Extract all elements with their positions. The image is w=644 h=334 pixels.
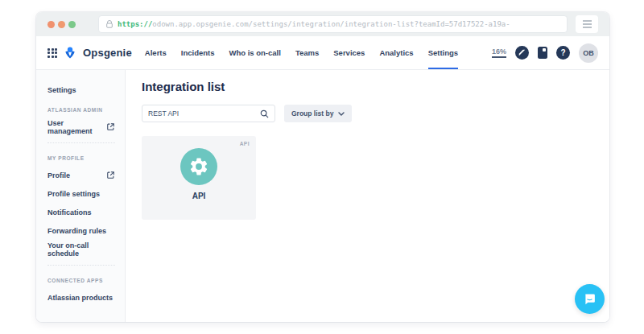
chevron-down-icon	[338, 112, 345, 116]
api-integration-badge	[180, 148, 217, 185]
url-text: odown.app.opsgenie.com/settings/integrat…	[152, 20, 510, 28]
url-protocol: https://	[118, 20, 152, 28]
integration-name: API	[192, 192, 206, 200]
nav-tab-incidents[interactable]: Incidents	[181, 36, 215, 69]
chat-widget-button[interactable]	[575, 284, 605, 314]
window-minimize-dot[interactable]	[58, 21, 65, 28]
quick-actions-icon[interactable]	[515, 46, 529, 60]
sidebar-divider	[47, 142, 115, 143]
sidebar-divider	[47, 265, 115, 266]
chat-icon	[583, 292, 597, 306]
brand-area: Opsgenie	[47, 36, 132, 69]
nav-tab-analytics[interactable]: Analytics	[379, 36, 413, 69]
sidebar-item-forwarding-rules[interactable]: Forwarding rules	[47, 221, 125, 240]
nav-tab-alerts[interactable]: Alerts	[145, 36, 167, 69]
address-bar[interactable]: https:// odown.app.opsgenie.com/settings…	[98, 15, 568, 33]
window-controls	[47, 21, 76, 28]
sidebar-item-notifications[interactable]: Notifications	[47, 203, 125, 221]
gear-icon	[188, 156, 209, 177]
sidebar-item-settings[interactable]: Settings	[47, 80, 125, 99]
search-input[interactable]	[148, 109, 260, 118]
integration-card-api[interactable]: API API	[142, 136, 256, 220]
app-switcher-icon[interactable]	[47, 48, 57, 58]
nav-tab-services[interactable]: Services	[333, 36, 365, 69]
primary-nav: Alerts Incidents Who is on-call Teams Se…	[145, 36, 458, 69]
external-link-icon	[107, 123, 114, 130]
sidebar-item-profile[interactable]: Profile	[47, 166, 125, 184]
lock-icon	[106, 20, 113, 28]
usage-percent-link[interactable]: 16%	[492, 47, 506, 58]
opsgenie-logo-icon	[64, 47, 76, 59]
nav-tab-settings[interactable]: Settings	[428, 36, 458, 69]
help-icon[interactable]: ?	[556, 46, 570, 60]
sidebar-item-user-management[interactable]: User management	[47, 118, 125, 136]
browser-chrome: https:// odown.app.opsgenie.com/settings…	[36, 12, 609, 36]
search-icon[interactable]	[260, 109, 269, 118]
app-navbar: Opsgenie Alerts Incidents Who is on-call…	[36, 36, 609, 70]
sidebar-item-your-on-call-schedule[interactable]: Your on-call schedule	[47, 240, 125, 258]
hamburger-icon	[583, 23, 592, 25]
content-area: Settings ATLASSIAN ADMIN User management…	[36, 70, 609, 322]
brand-name[interactable]: Opsgenie	[83, 47, 132, 59]
group-list-by-button[interactable]: Group list by	[284, 105, 352, 122]
sidebar-header-my-profile: MY PROFILE	[47, 150, 125, 166]
sidebar-item-profile-settings[interactable]: Profile settings	[47, 184, 125, 203]
integration-toolbar: Group list by	[142, 105, 609, 122]
page-title: Integration list	[142, 80, 609, 93]
sidebar-item-atlassian-products[interactable]: Atlassian products	[47, 288, 125, 307]
integration-search	[142, 105, 275, 122]
navbar-actions: 16% ? OB	[492, 36, 598, 69]
nav-tab-who-is-on-call[interactable]: Who is on-call	[229, 36, 280, 69]
mobile-app-icon[interactable]	[538, 47, 547, 59]
main-panel: Integration list Group list by API	[126, 70, 609, 322]
settings-sidebar: Settings ATLASSIAN ADMIN User management…	[36, 70, 126, 322]
browser-menu-button[interactable]	[576, 15, 598, 33]
window-maximize-dot[interactable]	[68, 21, 76, 28]
nav-tab-teams[interactable]: Teams	[295, 36, 319, 69]
external-link-icon	[107, 171, 114, 179]
card-category-label: API	[240, 141, 250, 146]
user-avatar[interactable]: OB	[579, 43, 598, 63]
browser-window: https:// odown.app.opsgenie.com/settings…	[36, 12, 609, 322]
sidebar-header-atlassian-admin: ATLASSIAN ADMIN	[47, 101, 125, 118]
sidebar-header-connected-apps: CONNECTED APPS	[47, 272, 125, 288]
window-close-dot[interactable]	[47, 21, 55, 28]
